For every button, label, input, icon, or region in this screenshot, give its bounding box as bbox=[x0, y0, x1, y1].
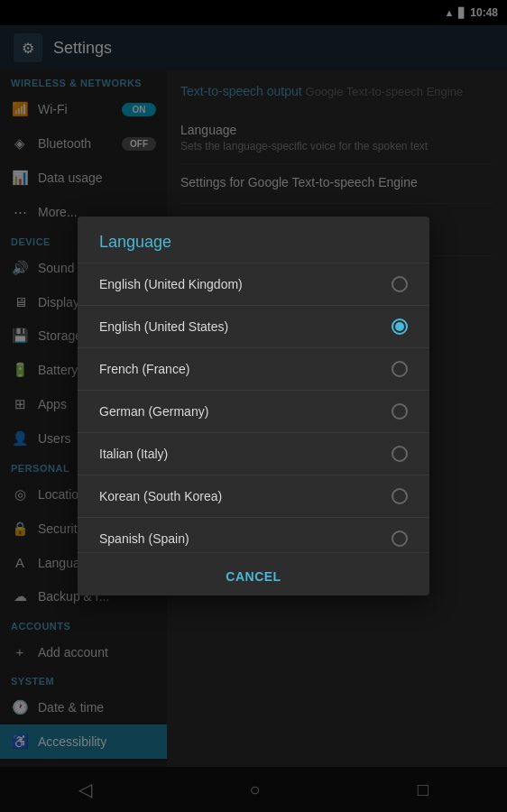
modal-item-label-en-us: English (United States) bbox=[99, 319, 228, 334]
language-modal: Language English (United Kingdom) Englis… bbox=[78, 217, 429, 595]
modal-item-fr-fr[interactable]: French (France) bbox=[78, 348, 429, 391]
radio-ko-kr[interactable] bbox=[392, 488, 408, 504]
modal-item-label-fr-fr: French (France) bbox=[99, 362, 189, 376]
modal-item-label-it-it: Italian (Italy) bbox=[99, 447, 168, 461]
radio-de-de[interactable] bbox=[392, 403, 408, 420]
modal-item-de-de[interactable]: German (Germany) bbox=[78, 391, 429, 433]
radio-it-it[interactable] bbox=[392, 446, 408, 462]
modal-item-label-de-de: German (Germany) bbox=[99, 404, 208, 419]
modal-item-label-ko-kr: Korean (South Korea) bbox=[99, 489, 222, 503]
radio-inner-en-us bbox=[395, 322, 404, 331]
modal-overlay[interactable]: Language English (United Kingdom) Englis… bbox=[0, 0, 507, 812]
modal-item-en-gb[interactable]: English (United Kingdom) bbox=[78, 263, 429, 306]
modal-item-ko-kr[interactable]: Korean (South Korea) bbox=[78, 475, 429, 518]
modal-item-en-us[interactable]: English (United States) bbox=[78, 306, 429, 348]
radio-en-gb[interactable] bbox=[392, 276, 408, 292]
modal-item-label-en-gb: English (United Kingdom) bbox=[99, 277, 243, 291]
modal-title: Language bbox=[78, 217, 429, 263]
radio-en-us[interactable] bbox=[392, 318, 408, 335]
modal-item-label-es-es: Spanish (Spain) bbox=[99, 531, 189, 546]
modal-item-es-es[interactable]: Spanish (Spain) bbox=[78, 518, 429, 552]
modal-list: English (United Kingdom) English (United… bbox=[78, 263, 429, 552]
modal-cancel-button[interactable]: Cancel bbox=[207, 562, 299, 591]
modal-footer: Cancel bbox=[78, 552, 429, 595]
radio-es-es[interactable] bbox=[392, 531, 408, 547]
radio-fr-fr[interactable] bbox=[392, 361, 408, 377]
modal-item-it-it[interactable]: Italian (Italy) bbox=[78, 433, 429, 475]
